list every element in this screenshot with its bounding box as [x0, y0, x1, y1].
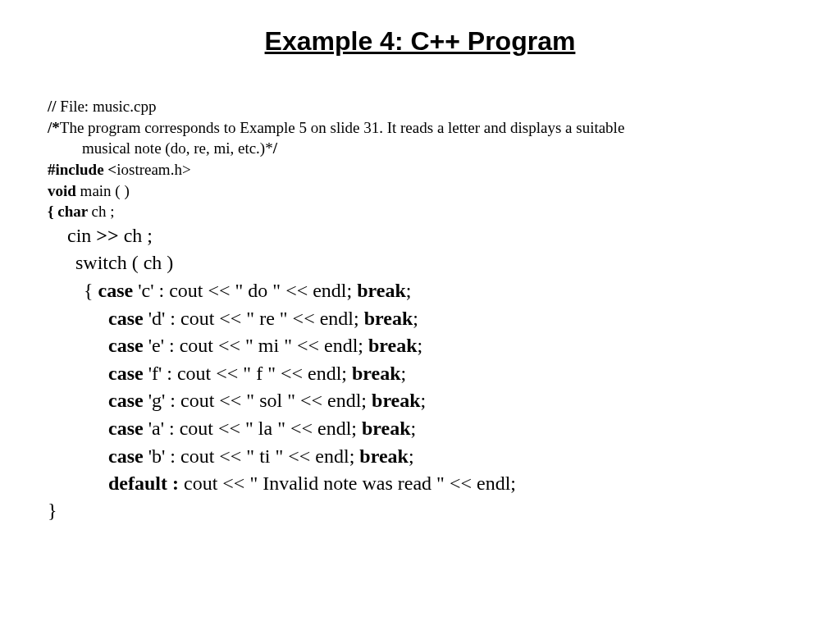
case-default: default : cout << " Invalid note was rea… — [48, 470, 792, 498]
case-keyword: case — [108, 335, 148, 356]
comment-description: /*The program corresponds to Example 5 o… — [48, 117, 792, 159]
comment-file: // File: music.cpp — [48, 96, 792, 117]
default-keyword: default : — [108, 472, 179, 494]
desc-text-2: musical note (do, re, mi, etc.)* — [82, 139, 273, 157]
break-keyword: break — [352, 363, 401, 384]
case-keyword: case — [108, 308, 148, 329]
ch-var: ch ; — [92, 203, 115, 220]
case-e: case 'e' : cout << " mi " << endl; break… — [48, 332, 792, 360]
desc-close: / — [273, 139, 277, 157]
case-b-body: 'b' : cout << " ti " << endl; — [148, 445, 360, 467]
cin-operator: >> — [96, 225, 123, 246]
case-d-body: 'd' : cout << " re " << endl; — [148, 308, 364, 329]
case-keyword: case — [108, 418, 148, 439]
comment-text: File: music.cpp — [60, 98, 156, 115]
include-keyword: #include < — [48, 161, 116, 178]
main-declaration: void main ( ) — [48, 180, 792, 202]
break-keyword: break — [359, 445, 409, 467]
cin-rest: ch ; — [124, 225, 153, 246]
break-keyword: break — [372, 390, 421, 411]
comment-prefix: // — [48, 98, 60, 115]
semicolon: ; — [406, 280, 412, 301]
desc-text-1: The program corresponds to Example 5 on … — [60, 119, 625, 136]
break-keyword: break — [368, 335, 418, 356]
switch-text: switch ( ch ) — [75, 252, 173, 273]
break-keyword: break — [357, 280, 406, 301]
desc-open: /* — [48, 119, 60, 136]
include-line: #include <iostream.h> — [48, 159, 792, 180]
case-c: { case 'c' : cout << " do " << endl; bre… — [48, 277, 792, 305]
default-body: cout << " Invalid note was read " << end… — [179, 472, 516, 494]
case-keyword: case — [108, 363, 148, 384]
case-a-body: 'a' : cout << " la " << endl; — [148, 418, 362, 439]
case-g-body: 'g' : cout << " sol " << endl; — [148, 390, 372, 411]
case-f: case 'f' : cout << " f " << endl; break; — [48, 360, 792, 388]
break-keyword: break — [362, 418, 411, 439]
break-keyword: break — [364, 308, 413, 329]
cin-text: cin — [67, 225, 96, 246]
semicolon: ; — [418, 335, 423, 356]
semicolon: ; — [401, 363, 407, 384]
slide-title: Example 4: C++ Program — [48, 26, 792, 57]
case-keyword: case — [108, 445, 148, 467]
include-value: iostream.h> — [116, 161, 190, 178]
void-keyword: void — [48, 182, 80, 199]
brace-char-keyword: { char — [48, 203, 92, 220]
case-keyword: case — [108, 390, 148, 411]
semicolon: ; — [409, 445, 414, 467]
semicolon: ; — [413, 308, 418, 329]
case-f-body: 'f' : cout << " f " << endl; — [148, 363, 352, 384]
case-d: case 'd' : cout << " re " << endl; break… — [48, 305, 792, 333]
case-c-body: 'c' : cout << " do " << endl; — [138, 280, 357, 301]
case-a: case 'a' : cout << " la " << endl; break… — [48, 415, 792, 443]
close-brace: } — [48, 500, 792, 522]
main-text: main ( ) — [80, 182, 130, 199]
code-block: // File: music.cpp /*The program corresp… — [48, 96, 792, 522]
case-open-brace: { — [84, 280, 98, 301]
semicolon: ; — [411, 418, 417, 439]
case-e-body: 'e' : cout << " mi " << endl; — [148, 335, 368, 356]
switch-line: switch ( ch ) — [48, 249, 792, 277]
char-declaration: { char ch ; — [48, 201, 792, 222]
cin-line: cin >> ch ; — [48, 222, 792, 250]
case-b: case 'b' : cout << " ti " << endl; break… — [48, 443, 792, 471]
case-keyword: case — [98, 280, 139, 301]
semicolon: ; — [421, 390, 427, 411]
case-g: case 'g' : cout << " sol " << endl; brea… — [48, 387, 792, 415]
